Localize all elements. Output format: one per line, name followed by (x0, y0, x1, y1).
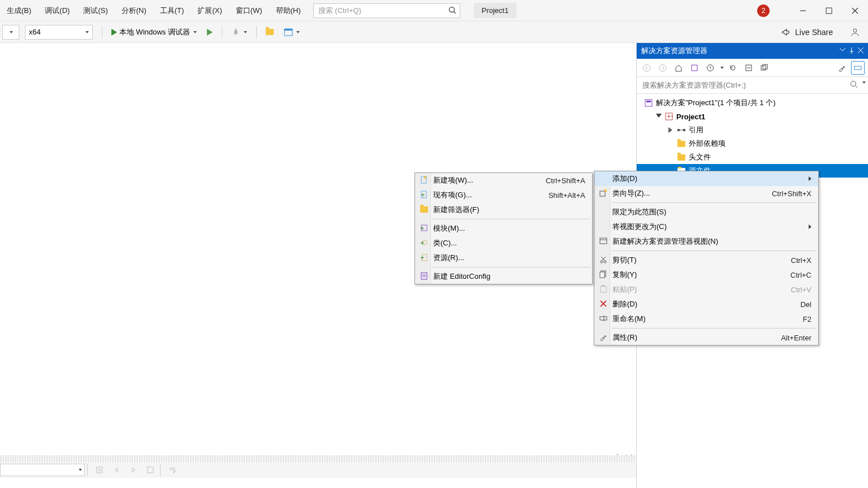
expand-icon[interactable] (668, 127, 674, 133)
home-button[interactable] (672, 61, 685, 75)
clock-icon (706, 64, 714, 72)
tree-references[interactable]: 引用 (637, 123, 868, 137)
menu-build[interactable]: 生成(B) (0, 3, 38, 18)
minimize-button[interactable] (790, 2, 816, 19)
start-without-debug-button[interactable] (204, 25, 216, 40)
play-icon (111, 29, 117, 36)
feedback-button[interactable] (850, 27, 860, 37)
back-button[interactable] (640, 61, 654, 75)
output-next-button[interactable] (126, 464, 141, 476)
ctx-properties[interactable]: 属性(R)Alt+Enter (594, 330, 818, 345)
pin-icon[interactable] (849, 47, 854, 54)
live-share[interactable]: Live Share (775, 27, 839, 37)
refresh-button[interactable] (726, 61, 740, 75)
maximize-button[interactable] (816, 2, 842, 19)
refresh-icon (729, 64, 737, 72)
global-search[interactable] (313, 3, 460, 18)
menu-tools[interactable]: 工具(T) (153, 3, 191, 18)
se-search[interactable] (637, 77, 868, 94)
close-icon[interactable] (858, 47, 863, 54)
close-button[interactable] (842, 2, 868, 19)
output-toolbar (0, 462, 636, 478)
output-prev-button[interactable] (109, 464, 124, 476)
ctx-existing-item-label: 现有项(G)... (433, 190, 472, 200)
chevron-down-icon[interactable] (861, 84, 866, 92)
ctx-new-filter[interactable]: 新建筛选器(F) (415, 202, 592, 217)
config-dropdown[interactable] (2, 25, 19, 40)
svg-point-10 (659, 64, 666, 71)
ctx-add[interactable]: 添加(D) (594, 171, 818, 186)
ctx-new-item[interactable]: 新建项(W)...Ctrl+Shift+A (415, 173, 592, 188)
editorconfig-icon (420, 271, 429, 280)
ctx-resource[interactable]: + 资源(R)... (415, 251, 592, 265)
separator (102, 26, 102, 38)
svg-rect-37 (600, 317, 607, 320)
ctx-new-filter-label: 新建筛选器(F) (433, 205, 480, 215)
output-clear-button[interactable] (92, 464, 107, 476)
ctx-delete-label: 删除(D) (612, 299, 637, 309)
search-input[interactable] (314, 6, 460, 15)
output-wordwrap-button[interactable] (165, 464, 180, 476)
ctx-editorconfig[interactable]: 新建 EditorConfig (415, 269, 592, 284)
ctx-copy[interactable]: 复制(Y)Ctrl+C (594, 267, 818, 282)
ctx-change-view[interactable]: 将视图更改为(C) (594, 219, 818, 234)
ctx-existing-item[interactable]: + 现有项(G)...Shift+Alt+A (415, 188, 592, 202)
properties-button[interactable] (835, 61, 849, 75)
switch-views-button[interactable] (688, 61, 701, 75)
pending-changes-button[interactable] (703, 61, 717, 75)
menu-extensions[interactable]: 扩展(X) (191, 3, 228, 18)
ctx-class[interactable]: + 类(C)... (415, 236, 592, 251)
svg-rect-24 (677, 129, 680, 131)
tree-project[interactable]: ++ Project1 (637, 110, 868, 123)
menu-window[interactable]: 窗口(W) (229, 3, 269, 18)
chevron-down-icon[interactable] (840, 47, 845, 54)
resource-icon: + (420, 253, 429, 262)
chevron-down-icon[interactable] (720, 67, 724, 69)
expand-icon[interactable] (656, 114, 662, 119)
ctx-scope[interactable]: 限定为此范围(S) (594, 205, 818, 219)
tree-references-label: 引用 (689, 125, 703, 135)
project-label: Project1 (474, 3, 517, 18)
menu-analyze[interactable]: 分析(N) (115, 3, 153, 18)
wrench-icon (838, 64, 846, 72)
notifications-badge[interactable]: 2 (757, 5, 770, 17)
collapse-all-button[interactable] (742, 61, 755, 75)
toolbox-button[interactable] (280, 25, 303, 40)
live-share-label: Live Share (795, 28, 833, 37)
menu-test[interactable]: 测试(S) (76, 3, 114, 18)
output-grip[interactable] (0, 455, 636, 462)
ctx-new-explorer[interactable]: 新建解决方案资源管理器视图(N) (594, 234, 818, 249)
tree-ext-deps[interactable]: 外部依赖项 (637, 137, 868, 150)
preview-button[interactable] (851, 61, 865, 75)
se-search-input[interactable] (638, 81, 867, 89)
tree-solution[interactable]: 解决方案"Project1"(1 个项目/共 1 个) (637, 96, 868, 110)
project-icon: ++ (665, 113, 673, 120)
output-source-dropdown[interactable] (0, 464, 85, 476)
output-clearall-button[interactable] (143, 464, 158, 476)
menu-debug[interactable]: 调试(D) (38, 3, 76, 18)
ctx-module[interactable]: + 模块(M)... (415, 221, 592, 236)
forward-button[interactable] (656, 61, 670, 75)
ctx-cut[interactable]: 剪切(T)Ctrl+X (594, 253, 818, 267)
ctx-class-wizard[interactable]: 类向导(Z)... Ctrl+Shift+X (594, 186, 818, 201)
start-debug-button[interactable]: 本地 Windows 调试器 (108, 25, 200, 40)
svg-text:+: + (420, 239, 425, 247)
svg-rect-16 (763, 64, 767, 69)
ctx-cut-shortcut: Ctrl+X (768, 256, 811, 265)
svg-point-32 (604, 261, 606, 263)
ctx-class-wizard-shortcut: Ctrl+Shift+X (749, 189, 811, 198)
hot-reload-button[interactable] (228, 25, 251, 40)
ctx-editorconfig-label: 新建 EditorConfig (433, 271, 490, 282)
folder-icon (266, 29, 274, 35)
ctx-rename[interactable]: 重命名(M)F2 (594, 312, 818, 326)
menu-help[interactable]: 帮助(H) (269, 3, 308, 18)
context-menu: 添加(D) 类向导(Z)... Ctrl+Shift+X 限定为此范围(S) 将… (594, 171, 819, 346)
platform-dropdown[interactable]: x64 (25, 25, 93, 40)
tree-headers[interactable]: 头文件 (637, 150, 868, 164)
paste-icon (599, 284, 608, 293)
open-file-button[interactable] (262, 25, 277, 40)
show-all-button[interactable] (758, 61, 771, 75)
ctx-change-view-label: 将视图更改为(C) (612, 222, 667, 232)
ctx-delete[interactable]: 删除(D)Del (594, 297, 818, 312)
svg-rect-11 (692, 65, 697, 71)
